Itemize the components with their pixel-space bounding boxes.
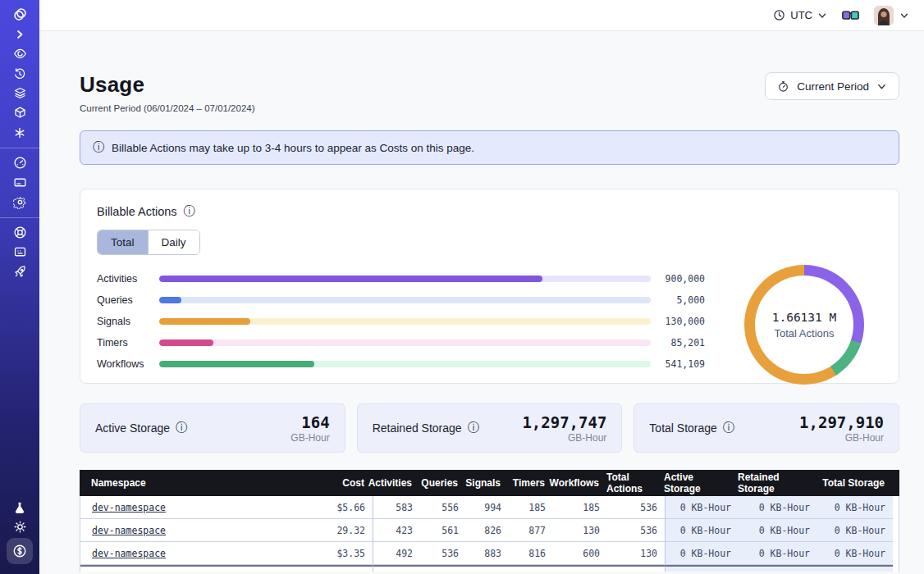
table-row: dev-namespace $5.66 583 556 994 185 185 …	[80, 496, 899, 519]
cell-workflows: 185	[553, 496, 607, 519]
settings-gear-icon[interactable]	[0, 193, 39, 212]
retained-storage-value: 1,297,747	[522, 413, 606, 431]
theme-sun-icon[interactable]	[0, 517, 39, 536]
account-menu[interactable]	[874, 6, 909, 25]
cell-workflows: 130	[553, 519, 607, 542]
avatar	[874, 6, 894, 25]
active-storage-unit: GB-Hour	[290, 432, 329, 444]
bar-fill	[159, 361, 314, 367]
bar-row: Workflows 541,109	[97, 357, 705, 371]
support-lifebuoy-icon[interactable]	[0, 223, 39, 242]
tab-daily[interactable]: Daily	[148, 230, 199, 254]
total-actions-label: Total Actions	[775, 327, 835, 339]
cell-activities: 583	[373, 496, 420, 519]
cell-total-actions: 536	[607, 519, 665, 542]
namespaces-icon[interactable]	[0, 44, 39, 63]
asterisk-icon[interactable]	[0, 123, 39, 142]
cell-retained-storage: 0 KB-Hour	[739, 519, 817, 542]
cell-timers: 877	[509, 519, 553, 542]
period-dropdown-button[interactable]: Current Period	[765, 72, 899, 100]
total-storage-value: 1,297,910	[799, 413, 884, 431]
timezone-selector[interactable]: UTC	[773, 9, 827, 21]
cell-timers: 185	[509, 496, 553, 519]
bar-track	[159, 318, 651, 325]
cube-icon[interactable]	[0, 103, 39, 122]
chevron-down-icon	[817, 11, 827, 20]
bar-track	[159, 339, 651, 346]
getting-started-rocket-icon[interactable]	[0, 262, 39, 281]
bar-value: 130,000	[651, 316, 705, 327]
usage-gauge-icon[interactable]	[0, 153, 39, 172]
table-body: dev-namespace $5.66 583 556 994 185 185 …	[80, 496, 899, 572]
labs-glasses-icon[interactable]	[842, 10, 859, 21]
layers-icon[interactable]	[0, 84, 39, 102]
top-bar: UTC	[39, 0, 924, 31]
temporal-logo-icon[interactable]	[0, 5, 39, 24]
namespace-link[interactable]: dev-namespace	[92, 548, 166, 559]
total-storage-unit: GB-Hour	[799, 432, 884, 444]
bar-track	[159, 276, 651, 282]
bar-row: Signals 130,000	[97, 314, 705, 328]
bar-label: Timers	[97, 337, 159, 348]
bar-label: Workflows	[97, 358, 159, 370]
tab-total[interactable]: Total	[98, 230, 148, 254]
bar-fill	[159, 339, 213, 346]
clock-icon	[773, 9, 785, 21]
docs-monitor-icon[interactable]	[0, 243, 39, 262]
bar-row: Queries 5,000	[97, 293, 705, 307]
info-icon: ⓘ	[93, 140, 104, 155]
bar-label: Activities	[97, 273, 159, 285]
main-area: UTC	[39, 0, 924, 574]
chevron-down-icon	[899, 11, 909, 20]
selected-icon-highlight	[7, 538, 33, 564]
table-row: dev-namespace $3.35 492 536 883 816 600 …	[80, 542, 899, 565]
total-storage-label: Total Storage	[649, 421, 717, 435]
col-signals: Signals	[465, 470, 508, 496]
active-storage-value: 164	[290, 413, 329, 431]
info-icon[interactable]: ⓘ	[176, 421, 187, 435]
col-active-storage: Active Storage	[664, 470, 738, 496]
info-icon[interactable]: ⓘ	[723, 421, 734, 435]
history-icon[interactable]	[0, 64, 39, 83]
info-icon[interactable]: ⓘ	[468, 421, 479, 435]
cell-retained-storage: 0 KB-Hour	[739, 542, 817, 565]
billable-view-tabs: Total Daily	[97, 230, 200, 255]
stopwatch-icon	[777, 80, 789, 93]
lab-flask-icon[interactable]	[0, 498, 39, 517]
bar-value: 541,109	[651, 358, 705, 370]
active-storage-label: Active Storage	[95, 421, 170, 435]
retained-storage-unit: GB-Hour	[522, 432, 606, 444]
retained-storage-label: Retained Storage	[373, 421, 462, 435]
namespace-link[interactable]: dev-namespace	[92, 502, 166, 513]
page-header: Usage Current Period (06/01/2024 – 07/01…	[80, 72, 899, 113]
col-workflows: Workflows	[552, 470, 606, 496]
bar-track	[159, 297, 651, 303]
collapse-chevron-icon[interactable]	[0, 25, 39, 43]
cell-cost: 29.32	[295, 519, 373, 542]
timezone-label: UTC	[790, 9, 812, 21]
table-row: dev-namespace 29.32 423 561 826 877 130 …	[80, 519, 899, 542]
bar-label: Signals	[97, 316, 159, 327]
info-icon[interactable]: ⓘ	[184, 204, 195, 219]
cell-signals: 994	[466, 496, 509, 519]
sidebar	[0, 0, 39, 574]
pricing-coin-icon[interactable]	[0, 537, 39, 565]
cell-signals: 883	[466, 542, 509, 565]
total-storage-card: Total Storage ⓘ 1,297,910 GB-Hour	[634, 403, 899, 453]
cell-activities: 423	[373, 519, 420, 542]
col-total-actions: Total Actions	[606, 470, 664, 496]
bar-fill	[159, 297, 181, 303]
cell-active-storage: 0 KB-Hour	[665, 542, 739, 565]
bar-chart: Activities 900,000 Queries 5,000 Signals…	[97, 271, 726, 378]
col-retained-storage: Retained Storage	[738, 470, 817, 496]
cell-active-storage: 0 KB-Hour	[665, 496, 739, 519]
cell-total-storage: 0 KB-Hour	[817, 519, 893, 542]
cell-queries: 536	[420, 542, 466, 565]
namespace-link[interactable]: dev-namespace	[92, 525, 166, 536]
sidebar-divider	[0, 217, 39, 218]
bar-fill	[159, 276, 542, 282]
cell-total-actions: 536	[607, 496, 665, 519]
donut-chart: 1.66131 M Total Actions	[726, 265, 882, 385]
billing-card-icon[interactable]	[0, 173, 39, 192]
col-queries: Queries	[419, 470, 465, 496]
